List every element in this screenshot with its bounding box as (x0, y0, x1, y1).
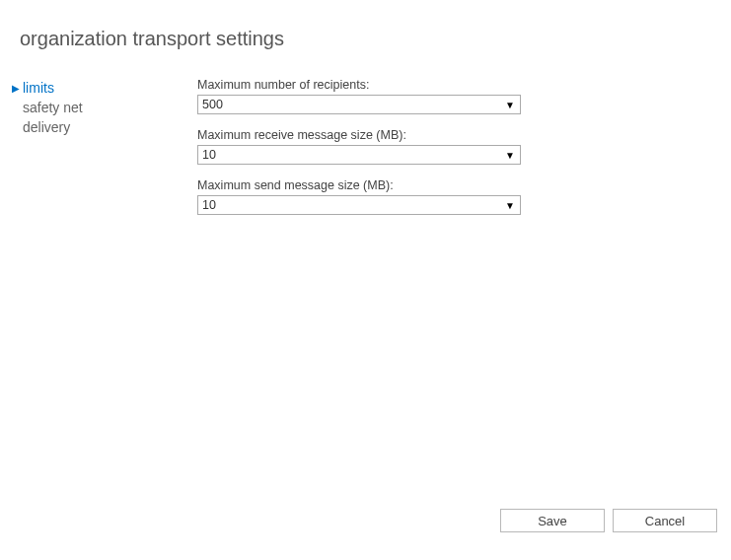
field-max-send-size: Maximum send message size (MB): ▼ (197, 178, 692, 215)
max-recipients-input[interactable] (197, 95, 521, 114)
sidebar-item-label: delivery (22, 119, 70, 135)
footer-buttons: Save Cancel (500, 509, 717, 532)
cancel-button[interactable]: Cancel (613, 509, 717, 532)
select-wrap: ▼ (197, 145, 521, 165)
sidebar-item-label: safety net (22, 100, 83, 115)
select-wrap: ▼ (197, 95, 521, 114)
max-receive-size-input[interactable] (197, 145, 521, 165)
sidebar-item-safety-net[interactable]: ▶ safety net (12, 98, 197, 117)
save-button[interactable]: Save (500, 509, 605, 532)
sidebar-item-delivery[interactable]: ▶ delivery (12, 117, 197, 137)
main-panel: Maximum number of recipients: ▼ Maximum … (197, 78, 731, 229)
field-label: Maximum receive message size (MB): (197, 128, 692, 142)
field-label: Maximum number of recipients: (197, 78, 692, 92)
sidebar-item-limits[interactable]: ▶ limits (12, 78, 197, 98)
content-area: ▶ limits ▶ safety net ▶ delivery Maximum… (0, 50, 731, 229)
sidebar: ▶ limits ▶ safety net ▶ delivery (0, 78, 197, 229)
page-title: organization transport settings (0, 0, 731, 50)
sidebar-item-label: limits (22, 80, 54, 96)
field-max-receive-size: Maximum receive message size (MB): ▼ (197, 128, 692, 165)
max-send-size-input[interactable] (197, 195, 521, 215)
select-wrap: ▼ (197, 195, 521, 215)
caret-right-icon: ▶ (12, 83, 22, 94)
field-label: Maximum send message size (MB): (197, 178, 692, 192)
field-max-recipients: Maximum number of recipients: ▼ (197, 78, 692, 114)
